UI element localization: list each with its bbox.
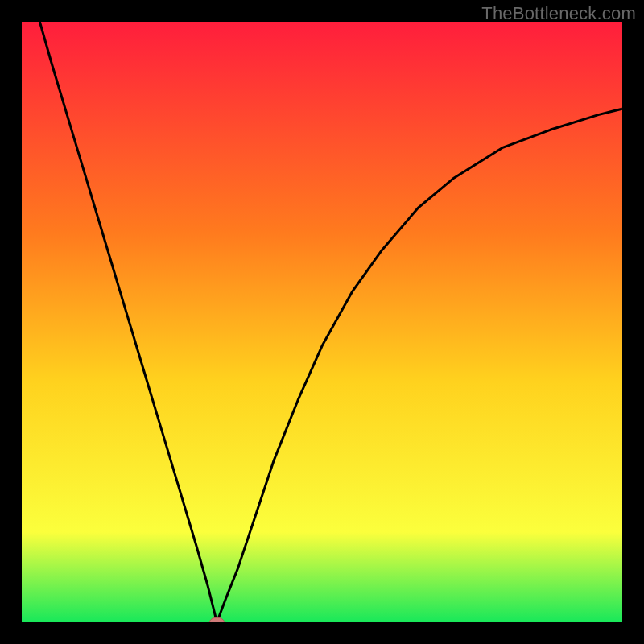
watermark-text: TheBottleneck.com <box>481 3 636 24</box>
bottleneck-chart <box>22 22 622 622</box>
chart-container: { "watermark": "TheBottleneck.com", "col… <box>0 0 644 644</box>
plot-background <box>22 22 622 622</box>
